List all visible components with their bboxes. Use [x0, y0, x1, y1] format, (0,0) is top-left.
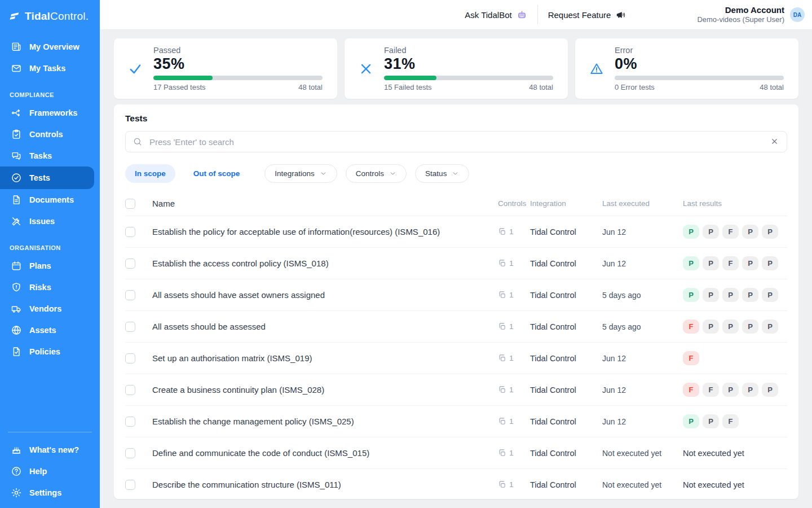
- result-badge: F: [703, 383, 719, 397]
- sidebar-item-issues[interactable]: Issues: [0, 211, 100, 232]
- row-checkbox[interactable]: [125, 385, 135, 395]
- table-row[interactable]: All assets should have asset owners assi…: [125, 279, 787, 311]
- last-executed: Jun 12: [602, 227, 683, 237]
- table-row[interactable]: Establish the change management policy (…: [125, 406, 787, 437]
- row-checkbox[interactable]: [125, 227, 135, 237]
- avatar[interactable]: DA: [790, 7, 805, 22]
- table-row[interactable]: Establish the access control policy (ISM…: [125, 248, 787, 279]
- sidebar-item-frameworks[interactable]: Frameworks: [0, 102, 100, 124]
- sidebar-section-organisation: ORGANISATION: [10, 244, 100, 251]
- result-badge: F: [722, 225, 739, 239]
- app-logo[interactable]: TidalControl.: [0, 0, 100, 28]
- table-row[interactable]: Create a business continuity plan (ISMS_…: [125, 374, 787, 406]
- shield-icon: [11, 282, 22, 293]
- controls-count: 1: [498, 322, 530, 331]
- last-executed: Jun 12: [602, 259, 683, 268]
- test-name[interactable]: Establish the policy for acceptable use …: [152, 227, 498, 237]
- sidebar-item-documents[interactable]: Documents: [0, 189, 100, 211]
- sidebar-item-what-s-new[interactable]: What's new?: [0, 439, 100, 461]
- integration-name: Tidal Control: [530, 227, 602, 237]
- last-executed: 5 days ago: [602, 322, 683, 331]
- table-row[interactable]: Describe the communication structure (IS…: [125, 469, 787, 499]
- table-row[interactable]: Define and communicate the code of condu…: [125, 437, 787, 469]
- sidebar-item-assets[interactable]: Assets: [0, 319, 100, 341]
- test-name[interactable]: Describe the communication structure (IS…: [152, 480, 498, 489]
- mail-icon: [11, 63, 22, 74]
- last-executed: Jun 12: [602, 386, 683, 395]
- last-results: PPF: [683, 414, 787, 428]
- row-checkbox[interactable]: [125, 290, 135, 300]
- chevron-down-icon: [320, 170, 327, 177]
- test-name[interactable]: Define and communicate the code of condu…: [152, 448, 498, 458]
- sidebar-item-label: Settings: [29, 488, 61, 497]
- scope-tab-out-of-scope[interactable]: Out of scope: [184, 164, 250, 183]
- last-executed: Not executed yet: [602, 449, 683, 458]
- clipboard-check-icon: [11, 129, 22, 140]
- clear-search-icon[interactable]: [769, 136, 780, 147]
- sidebar-item-settings[interactable]: Settings: [0, 482, 100, 503]
- controls-filter-dropdown[interactable]: Controls: [346, 164, 407, 183]
- test-name[interactable]: Establish the change management policy (…: [152, 417, 498, 426]
- sidebar-item-policies[interactable]: Policies: [0, 341, 100, 362]
- result-badge: P: [683, 225, 699, 239]
- sidebar-item-vendors[interactable]: Vendors: [0, 298, 100, 319]
- test-name[interactable]: All assets should have asset owners assi…: [152, 290, 498, 300]
- last-results: PPPPP: [683, 288, 787, 302]
- scope-tab-in-scope[interactable]: In scope: [125, 164, 175, 183]
- sidebar-item-my-overview[interactable]: My Overview: [0, 36, 100, 58]
- row-checkbox[interactable]: [125, 417, 135, 427]
- account-menu[interactable]: Demo Account Demo-videos (Super User) DA: [697, 5, 805, 25]
- clipboard-icon: [498, 449, 506, 457]
- stat-label: Passed: [153, 46, 323, 55]
- sidebar-item-plans[interactable]: Plans: [0, 255, 100, 277]
- column-header-controls: Controls: [498, 199, 530, 208]
- test-name[interactable]: Establish the access control policy (ISM…: [152, 259, 498, 268]
- topbar-divider: [537, 5, 538, 24]
- table-row[interactable]: Establish the policy for acceptable use …: [125, 216, 787, 248]
- result-badge: F: [683, 319, 699, 334]
- status-filter-dropdown[interactable]: Status: [415, 164, 469, 183]
- row-checkbox[interactable]: [125, 322, 135, 332]
- result-badge: P: [703, 414, 719, 428]
- test-name[interactable]: Set up an authorisation matrix (ISMS_019…: [152, 353, 498, 363]
- result-badge: P: [722, 288, 739, 302]
- test-name[interactable]: Create a business continuity plan (ISMS_…: [152, 385, 498, 395]
- test-name[interactable]: All assets should be assessed: [152, 322, 498, 331]
- row-checkbox[interactable]: [125, 480, 135, 490]
- request-feature-button[interactable]: Request Feature: [548, 10, 626, 20]
- brand-icon: [8, 10, 21, 23]
- result-badge: P: [762, 225, 778, 239]
- ask-tidalbot-button[interactable]: Ask TidalBot: [465, 10, 527, 20]
- row-checkbox[interactable]: [125, 448, 135, 458]
- sidebar-item-controls[interactable]: Controls: [0, 124, 100, 145]
- chevron-down-icon: [389, 170, 396, 177]
- result-badge: F: [683, 351, 699, 365]
- x-icon: [357, 46, 375, 92]
- sidebar-item-help[interactable]: Help: [0, 461, 100, 482]
- sidebar: TidalControl. My OverviewMy TasksCOMPLIA…: [0, 0, 100, 508]
- table-row[interactable]: All assets should be assessed 1 Tidal Co…: [125, 311, 787, 343]
- sidebar-item-label: Tests: [29, 173, 50, 182]
- tests-table: Name Controls Integration Last executed …: [125, 191, 787, 499]
- stat-total: 48 total: [529, 83, 553, 91]
- table-row[interactable]: Set up an authorisation matrix (ISMS_019…: [125, 343, 787, 374]
- sidebar-item-tasks[interactable]: Tasks: [0, 145, 100, 167]
- search-input[interactable]: [125, 131, 787, 152]
- integrations-filter-dropdown[interactable]: Integrations: [264, 164, 337, 183]
- sidebar-item-risks[interactable]: Risks: [0, 277, 100, 298]
- stats-row: Passed 35% 17 Passed tests 48 total Fail…: [114, 38, 798, 99]
- clipboard-icon: [498, 227, 506, 236]
- result-badge: P: [683, 414, 699, 428]
- clipboard-icon: [498, 386, 506, 394]
- select-all-checkbox[interactable]: [125, 199, 135, 209]
- clipboard-icon: [498, 322, 506, 331]
- row-checkbox[interactable]: [125, 259, 135, 269]
- sidebar-item-label: Vendors: [29, 304, 61, 313]
- row-checkbox[interactable]: [125, 353, 135, 364]
- sidebar-footer: What's new?HelpSettings: [0, 432, 100, 508]
- sidebar-item-my-tasks[interactable]: My Tasks: [0, 58, 100, 79]
- result-badge: P: [742, 383, 758, 397]
- search-bar: [125, 131, 787, 152]
- sidebar-item-tests[interactable]: Tests: [0, 167, 94, 189]
- account-name: Demo Account: [697, 5, 784, 16]
